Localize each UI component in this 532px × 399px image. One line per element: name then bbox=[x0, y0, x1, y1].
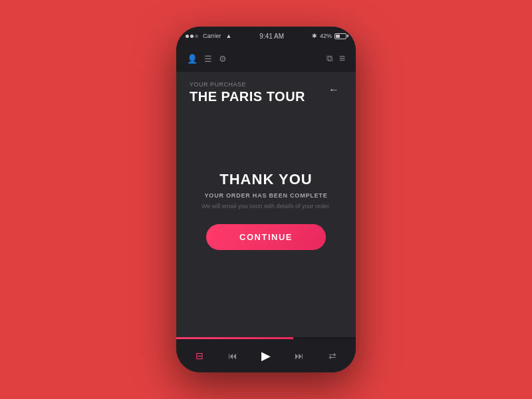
person-icon[interactable]: 👤 bbox=[187, 54, 198, 64]
carrier-label: Carrier bbox=[203, 33, 221, 39]
wifi-icon: ▲ bbox=[226, 33, 232, 39]
thank-you-title: THANK YOU bbox=[219, 171, 312, 188]
back-arrow-icon: ← bbox=[329, 84, 339, 96]
order-sub-text: We will email you soon with details of y… bbox=[201, 202, 331, 211]
main-content: YOUR PURCHASE THE PARIS TOUR ← THANK YOU… bbox=[176, 72, 356, 337]
battery-icon bbox=[334, 33, 346, 39]
next-icon[interactable]: ⏭ bbox=[289, 346, 309, 366]
status-right: ✱ 42% bbox=[312, 33, 346, 39]
header-section: YOUR PURCHASE THE PARIS TOUR ← bbox=[190, 81, 342, 104]
shuffle-icon[interactable]: ⇄ bbox=[323, 346, 342, 366]
copy-icon[interactable]: ⧉ bbox=[327, 53, 332, 64]
toolbar: 👤 ☰ ⚙ ⧉ ≡ bbox=[176, 45, 356, 72]
list-icon[interactable]: ☰ bbox=[204, 54, 212, 64]
battery-percent: 42% bbox=[320, 33, 332, 39]
signal-dot-2 bbox=[190, 35, 194, 38]
toolbar-left-icons: 👤 ☰ ⚙ bbox=[187, 54, 227, 64]
signal-dots bbox=[186, 35, 198, 38]
signal-dot-3 bbox=[195, 35, 198, 38]
gear-icon[interactable]: ⚙ bbox=[219, 54, 227, 64]
purchase-label: YOUR PURCHASE bbox=[190, 81, 305, 88]
signal-dot-1 bbox=[186, 35, 189, 38]
order-complete-label: YOUR ORDER HAS BEEN COMPLETE bbox=[205, 192, 328, 199]
phone-frame: Carrier ▲ 9:41 AM ✱ 42% 👤 ☰ ⚙ ⧉ ≡ YOUR P… bbox=[176, 27, 356, 372]
back-button[interactable]: ← bbox=[325, 81, 342, 98]
menu-icon[interactable]: ≡ bbox=[339, 53, 345, 65]
progress-bar-fill bbox=[176, 337, 293, 339]
toolbar-right-icons: ⧉ ≡ bbox=[327, 53, 345, 65]
status-left: Carrier ▲ bbox=[186, 33, 231, 39]
tour-name: THE PARIS TOUR bbox=[190, 89, 305, 104]
bottom-player: ⊟ ⏮ ▶ ⏭ ⇄ bbox=[176, 339, 356, 372]
header-title-group: YOUR PURCHASE THE PARIS TOUR bbox=[190, 81, 305, 104]
prev-icon[interactable]: ⏮ bbox=[223, 346, 243, 366]
continue-button[interactable]: CONTINUE bbox=[206, 224, 326, 250]
status-bar: Carrier ▲ 9:41 AM ✱ 42% bbox=[176, 27, 356, 45]
thank-you-section: THANK YOU YOUR ORDER HAS BEEN COMPLETE W… bbox=[190, 104, 342, 331]
play-icon[interactable]: ▶ bbox=[256, 346, 276, 366]
bluetooth-icon: ✱ bbox=[312, 33, 317, 39]
playlist-icon[interactable]: ⊟ bbox=[190, 346, 209, 366]
status-time: 9:41 AM bbox=[259, 33, 284, 40]
progress-bar bbox=[176, 337, 356, 339]
battery-fill bbox=[336, 35, 340, 38]
